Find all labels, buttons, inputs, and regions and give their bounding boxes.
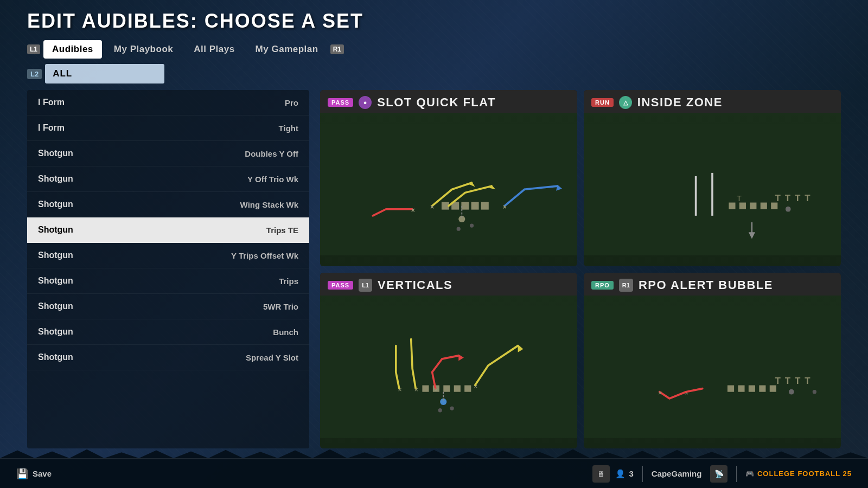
formation-name: Shotgun: [38, 352, 73, 362]
svg-text:×: ×: [474, 382, 477, 390]
count-value: 3: [629, 469, 633, 478]
formation-name: Shotgun: [38, 301, 73, 311]
list-item[interactable]: Shotgun Wing Stack Wk: [27, 192, 309, 217]
play-card-field: × × × ×: [320, 296, 577, 449]
svg-point-15: [470, 223, 474, 227]
formation-name: Shotgun: [38, 149, 73, 158]
svg-point-47: [450, 406, 454, 410]
svg-text:×: ×: [434, 386, 438, 393]
svg-text:×: ×: [414, 386, 418, 393]
play-card-title: INSIDE ZONE: [637, 95, 723, 110]
monitor-icon: 🖥: [592, 465, 610, 483]
save-label[interactable]: Save: [33, 469, 52, 478]
tab-all-plays[interactable]: All Plays: [185, 40, 243, 59]
tab-my-gameplan[interactable]: My Gameplan: [247, 40, 327, 59]
network-icon: 📡: [710, 465, 727, 483]
tab-my-playbook-label: My Playbook: [114, 44, 173, 55]
svg-text:×: ×: [658, 389, 662, 396]
tab-audibles[interactable]: Audibles: [43, 40, 102, 59]
play-card-header: RPO R1 RPO ALERT BUBBLE: [584, 273, 841, 296]
play-variant: 5WR Trio: [263, 302, 298, 311]
svg-text:T: T: [785, 376, 791, 386]
list-item[interactable]: Shotgun Trips: [27, 268, 309, 294]
page-title: EDIT AUDIBLES: CHOOSE A SET: [27, 10, 841, 33]
play-type-badge: RPO: [591, 281, 614, 290]
svg-text:×: ×: [430, 203, 434, 211]
svg-rect-33: [422, 385, 429, 391]
svg-text:×: ×: [411, 207, 415, 214]
formation-name: Shotgun: [38, 225, 73, 235]
svg-rect-4: [472, 203, 478, 209]
play-variant: Spread Y Slot: [246, 353, 298, 362]
play-card-title: SLOT QUICK FLAT: [377, 95, 496, 110]
svg-rect-37: [464, 385, 471, 391]
play-card[interactable]: RUN △ INSIDE ZONE T T: [584, 90, 841, 266]
list-item[interactable]: Shotgun Bunch: [27, 319, 309, 345]
formation-name: Shotgun: [38, 174, 73, 184]
player-count: 👤 3: [615, 469, 633, 479]
game-logo: 🎮 COLLEGE FOOTBALL 25: [745, 470, 852, 478]
play-card[interactable]: PASS ● SLOT QUICK FLAT: [320, 90, 577, 266]
play-type-badge: RUN: [591, 98, 614, 107]
filter-input[interactable]: [45, 64, 164, 84]
list-item[interactable]: Shotgun Y Trips Offset Wk: [27, 243, 309, 268]
play-card[interactable]: PASS L1 VERTICALS: [320, 273, 577, 449]
player-icon: 👤: [615, 469, 626, 479]
svg-rect-53: [770, 385, 776, 391]
svg-rect-36: [454, 385, 461, 391]
play-diagram: T T T T T: [584, 113, 841, 266]
svg-rect-32: [320, 306, 577, 438]
play-variant: Bunch: [273, 328, 298, 337]
svg-rect-48: [584, 306, 841, 438]
svg-rect-23: [771, 203, 777, 209]
list-item[interactable]: I Form Tight: [27, 115, 309, 141]
formation-name: Shotgun: [38, 327, 73, 337]
bottom-icons: 🖥 👤 3: [592, 465, 633, 483]
bottom-bar: 💾 Save 🖥 👤 3 CapeGaming 📡 🎮 COLLEGE FOOT…: [0, 458, 868, 488]
list-item[interactable]: Shotgun 5WR Trio: [27, 294, 309, 319]
play-card-field: × × ×: [320, 113, 577, 266]
list-item[interactable]: Shotgun Spread Y Slot: [27, 345, 309, 370]
tabs-row: L1 Audibles My Playbook All Plays My Gam…: [0, 37, 868, 62]
header: EDIT AUDIBLES: CHOOSE A SET: [0, 0, 868, 37]
svg-text:×: ×: [685, 389, 688, 396]
play-card-header: RUN △ INSIDE ZONE: [584, 90, 841, 113]
play-variant: Trips TE: [266, 226, 298, 235]
svg-rect-50: [738, 385, 744, 391]
svg-point-46: [438, 408, 442, 412]
play-variant: Y Off Trio Wk: [247, 175, 298, 184]
svg-rect-35: [443, 385, 450, 391]
r1-badge: R1: [330, 44, 344, 54]
username: CapeGaming: [652, 469, 702, 478]
play-type-badge: PASS: [328, 281, 353, 290]
svg-point-61: [813, 390, 816, 394]
list-item[interactable]: I Form Pro: [27, 90, 309, 115]
svg-text:T: T: [795, 376, 801, 386]
tab-my-playbook[interactable]: My Playbook: [105, 40, 182, 59]
svg-text:T: T: [805, 376, 810, 386]
save-icon: 💾: [16, 468, 28, 480]
play-type-badge: PASS: [328, 98, 353, 107]
formation-name: Shotgun: [38, 200, 73, 209]
button-badge: R1: [619, 279, 633, 292]
divider: [642, 466, 643, 482]
svg-rect-3: [462, 203, 468, 209]
main-area: I Form Pro I Form Tight Shotgun Doubles …: [0, 86, 868, 448]
l2-badge: L2: [27, 69, 42, 79]
button-badge: ●: [359, 96, 372, 109]
formation-name: Shotgun: [38, 251, 73, 260]
svg-text:T: T: [775, 193, 781, 203]
svg-rect-5: [482, 203, 488, 209]
list-item[interactable]: Shotgun Trips TE: [27, 217, 309, 243]
play-card[interactable]: RPO R1 RPO ALERT BUBBLE T T T T: [584, 273, 841, 449]
svg-text:×: ×: [398, 386, 401, 393]
bottom-left: 💾 Save: [16, 468, 52, 480]
svg-text:×: ×: [503, 203, 507, 211]
list-item[interactable]: Shotgun Y Off Trio Wk: [27, 166, 309, 192]
svg-text:T: T: [737, 194, 742, 203]
formation-scroll[interactable]: I Form Pro I Form Tight Shotgun Doubles …: [27, 90, 309, 448]
list-item[interactable]: Shotgun Doubles Y Off: [27, 141, 309, 166]
bottom-right: 🖥 👤 3 CapeGaming 📡 🎮 COLLEGE FOOTBALL 25: [592, 465, 852, 483]
svg-rect-52: [759, 385, 765, 391]
play-variant: Doubles Y Off: [245, 149, 298, 158]
